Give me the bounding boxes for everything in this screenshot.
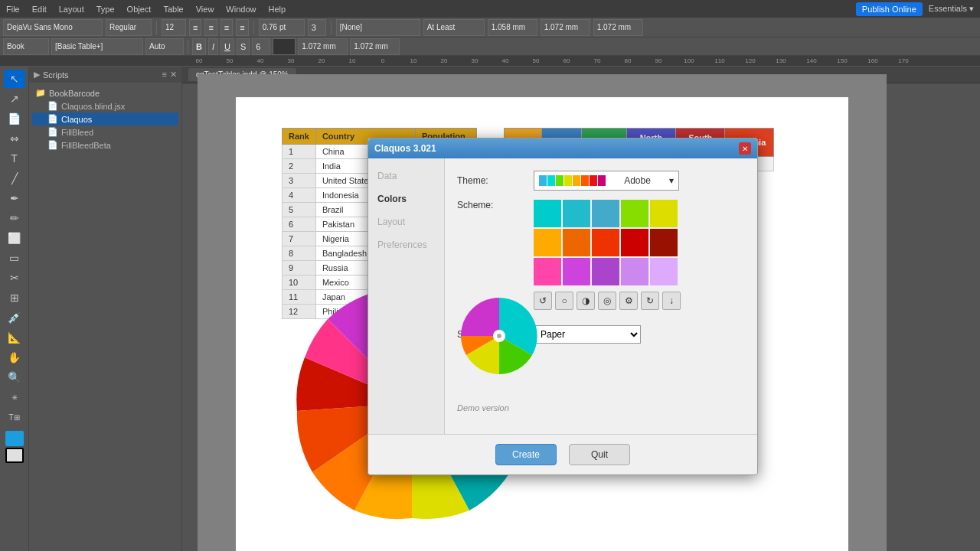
scripts-fillbleed-item[interactable]: 📄 FillBleed [32,126,178,139]
zoom-tool[interactable]: 🔍 [4,368,25,386]
align-right[interactable]: ≡ [220,19,233,36]
none-box[interactable] [5,448,24,463]
circle-tool[interactable]: ○ [555,292,573,310]
font-size[interactable]: 12 [162,19,186,36]
direct-selection-tool[interactable]: ↗ [4,90,25,108]
val1-field[interactable]: 1.058 mm [488,19,537,36]
swatch-5 [573,175,580,186]
scheme-cell-12[interactable] [563,258,590,285]
pencil-tool[interactable]: ✏ [4,209,25,227]
scripts-panel-menu[interactable]: ≡ [162,70,167,80]
hand-tool[interactable]: ✋ [4,348,25,367]
modal-footer: Create Quit [368,434,757,474]
modal-nav-data[interactable]: Data [368,165,444,187]
align-center[interactable]: ≡ [204,19,217,36]
num1-field[interactable]: 3 [308,19,326,36]
book-selector[interactable]: Book [3,38,49,55]
publish-online-button[interactable]: Publish Online [856,2,923,16]
text-frame-tool[interactable]: T⊞ [4,408,25,426]
scheme-cell-3[interactable] [592,200,619,227]
scripts-expand-icon[interactable]: ▶ [34,70,40,80]
val5-field[interactable]: 1.072 mm [350,38,400,55]
none-selector[interactable]: [None] [336,19,420,36]
scheme-cell-14[interactable] [621,258,648,285]
special-tool[interactable]: ✳ [4,388,25,406]
scripts-panel-close[interactable]: ✕ [170,70,177,80]
modal-nav-colors[interactable]: Colors [368,187,444,210]
basic-table-selector[interactable]: [Basic Table+] [51,38,143,55]
scheme-cell-15[interactable] [650,258,678,285]
auto-selector[interactable]: Auto [145,38,184,55]
create-button[interactable]: Create [495,444,557,465]
ruler-mark: 170 [888,57,919,64]
at-least-selector[interactable]: At Least [423,19,485,36]
scripts-folder-item[interactable]: 📁 BookBarcode [32,86,178,99]
type-tool[interactable]: T [4,149,25,168]
menu-file[interactable]: File [6,5,20,14]
menu-help[interactable]: Help [268,5,286,14]
scheme-cell-6[interactable] [534,229,561,256]
theme-selector[interactable]: Adobe ▾ [534,171,679,191]
rectangle-tool[interactable]: ▭ [4,249,25,267]
quit-button[interactable]: Quit [569,444,630,465]
line-tool[interactable]: ╱ [4,169,25,187]
scripts-fillbleedbeta-item[interactable]: 📄 FillBleedBeta [32,139,178,152]
free-transform-tool[interactable]: ⊞ [4,289,25,307]
download-tool[interactable]: ↓ [662,292,681,310]
theme-color-swatches [539,175,606,186]
essentials-button[interactable]: Essentials ▾ [929,4,974,14]
fill-color[interactable] [5,431,24,446]
eyedropper-tool[interactable]: 💉 [4,308,25,327]
gear-tool[interactable]: ⚙ [619,292,638,310]
scheme-cell-8[interactable] [592,229,619,256]
align-left[interactable]: ≡ [189,19,201,36]
scheme-cell-7[interactable] [563,229,590,256]
stroke-model-select[interactable]: Paper [534,325,641,344]
pen-tool[interactable]: ✒ [4,189,25,207]
refresh-tool[interactable]: ↻ [641,292,659,310]
strikethrough-btn[interactable]: S [237,38,250,55]
color-swatch[interactable] [273,38,296,55]
measure-tool[interactable]: 📐 [4,328,25,347]
rectangle-frame-tool[interactable]: ⬜ [4,229,25,247]
align-justify[interactable]: ≡ [236,19,248,36]
bold-btn[interactable]: B [192,38,206,55]
page-tool[interactable]: 📄 [4,109,25,128]
scheme-cell-13[interactable] [592,258,619,285]
menu-type[interactable]: Type [96,5,115,14]
pt-size[interactable]: 0.76 pt [259,19,305,36]
rank-cell: 7 [283,232,316,246]
font-style[interactable]: Regular [106,19,152,36]
font-selector[interactable]: DejaVu Sans Mono [3,19,103,36]
val3-field[interactable]: 1.072 mm [593,19,643,36]
modal-nav-preferences[interactable]: Preferences [368,233,444,256]
scheme-cell-9[interactable] [621,229,648,256]
scheme-cell-4[interactable] [621,200,648,227]
selection-tool[interactable]: ↖ [4,70,25,88]
menu-layout[interactable]: Layout [59,5,84,14]
scripts-claquos-item[interactable]: 📄 Claquos [32,112,178,126]
scheme-cell-5[interactable] [650,200,678,227]
val2-field[interactable]: 1.072 mm [541,19,590,36]
scheme-cell-2[interactable] [563,200,590,227]
scheme-cell-1[interactable] [534,200,561,227]
rank-cell: 5 [283,203,316,217]
scissors-tool[interactable]: ✂ [4,269,25,287]
menu-view[interactable]: View [196,5,214,14]
underline-btn[interactable]: U [220,38,234,55]
menu-window[interactable]: Window [226,5,256,14]
scheme-cell-11[interactable] [534,258,561,285]
gap-tool[interactable]: ⇔ [4,129,25,148]
menu-edit[interactable]: Edit [32,5,47,14]
scheme-cell-10[interactable] [650,229,678,256]
italic-btn[interactable]: I [208,38,218,55]
scripts-file-item[interactable]: 📄 Claquos.blind.jsx [32,99,178,112]
menu-table[interactable]: Table [163,5,183,14]
target-tool[interactable]: ◎ [598,292,616,310]
val4-field[interactable]: 1.072 mm [298,38,348,55]
menu-object[interactable]: Object [127,5,152,14]
modal-nav-layout[interactable]: Layout [368,210,444,233]
modal-close-button[interactable]: ✕ [739,142,751,155]
half-circle-tool[interactable]: ◑ [577,292,595,310]
num2-field[interactable]: 6 [252,38,270,55]
